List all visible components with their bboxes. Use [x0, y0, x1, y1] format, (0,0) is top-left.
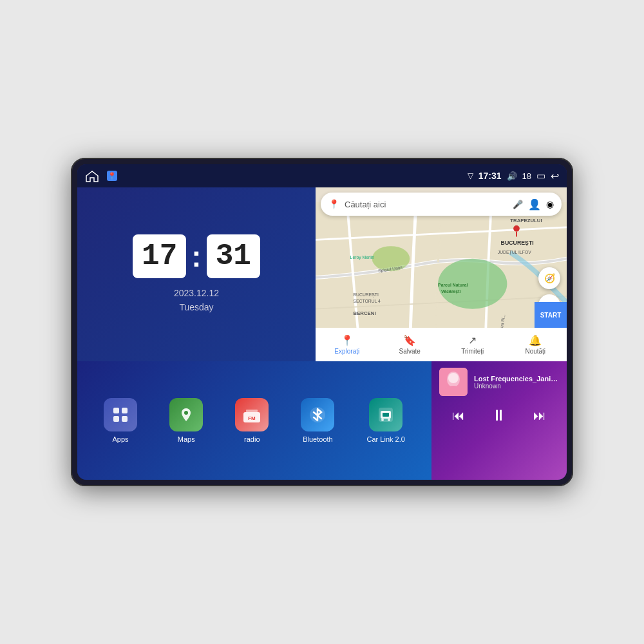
svg-point-36: [448, 373, 459, 383]
device-screen: 📍 ▽ 17:31 🔊 18 ▭ ↩ 17 :: [77, 164, 567, 480]
clock-colon: :: [191, 239, 201, 274]
clock-panel: 17 : 31 2023.12.12 Tuesday: [77, 187, 316, 361]
map-nav-share[interactable]: ↗ Trimiteți: [441, 334, 504, 355]
back-icon[interactable]: ↩: [551, 170, 559, 182]
music-prev-button[interactable]: ⏮: [447, 406, 470, 426]
volume-icon: 🔊: [507, 171, 517, 181]
map-nav-explore[interactable]: 📍 Explorați: [316, 334, 379, 355]
app-item-maps[interactable]: Maps: [169, 398, 203, 443]
bluetooth-icon: [301, 398, 334, 431]
account-icon[interactable]: 👤: [528, 198, 541, 211]
album-art-svg: [439, 368, 468, 396]
clock-date: 2023.12.12 Tuesday: [174, 286, 219, 315]
svg-text:JUDEȚUL ILFOV: JUDEȚUL ILFOV: [498, 250, 531, 255]
music-play-pause-button[interactable]: ⏸: [486, 404, 512, 427]
clock-hours: 17: [133, 234, 186, 278]
svg-point-16: [513, 225, 520, 232]
map-compass-button[interactable]: 🧭: [538, 267, 560, 289]
maps-svg-icon: [177, 406, 195, 424]
music-next-button[interactable]: ⏭: [528, 406, 551, 426]
svg-rect-20: [122, 408, 128, 413]
music-text: Lost Frequencies_Janieck Devy-... Unknow…: [474, 375, 559, 390]
app-item-apps[interactable]: Apps: [104, 398, 137, 443]
layers-icon[interactable]: ◉: [546, 199, 554, 209]
mic-icon[interactable]: 🎤: [513, 200, 523, 209]
svg-text:BUCUREȘTI: BUCUREȘTI: [354, 292, 379, 298]
radio-icon: FM: [235, 398, 269, 431]
svg-text:SECTORUL 4: SECTORUL 4: [354, 299, 381, 303]
map-nav-saved[interactable]: 🔖 Salvate: [379, 334, 442, 355]
music-panel: Lost Frequencies_Janieck Devy-... Unknow…: [431, 361, 567, 480]
map-bottom-nav: 📍 Explorați 🔖 Salvate ↗ Trimiteți 🔔: [316, 328, 567, 361]
svg-rect-19: [113, 408, 119, 413]
status-bar: 📍 ▽ 17:31 🔊 18 ▭ ↩: [77, 164, 567, 187]
bluetooth-svg-icon: [308, 406, 327, 424]
svg-point-23: [184, 411, 188, 415]
svg-text:📍: 📍: [108, 171, 117, 180]
news-icon: 🔔: [529, 334, 542, 346]
map-nav-saved-label: Salvate: [399, 348, 421, 355]
status-time: 17:31: [478, 171, 502, 181]
map-search-bar[interactable]: 📍 Căutați aici 🎤 👤 ◉: [321, 193, 562, 216]
explore-icon: 📍: [341, 334, 354, 346]
map-nav-news-label: Noutăți: [525, 348, 545, 355]
home-icon[interactable]: [85, 169, 99, 182]
music-artist: Unknown: [474, 383, 559, 390]
map-nav-share-label: Trimiteți: [461, 348, 484, 355]
car-head-unit: 📍 ▽ 17:31 🔊 18 ▭ ↩ 17 :: [71, 158, 573, 486]
maps-logo-icon: 📍: [328, 199, 339, 209]
svg-text:Văcărești: Văcărești: [441, 289, 460, 294]
svg-text:TRAPEZULUI: TRAPEZULUI: [510, 218, 542, 223]
map-panel[interactable]: Splaiul Unirii Șoseaua Bi... TRAPEZULUI …: [316, 187, 567, 361]
top-row: 17 : 31 2023.12.12 Tuesday: [77, 187, 567, 361]
maps-icon: [169, 398, 203, 431]
radio-svg-icon: FM: [242, 406, 261, 424]
svg-rect-22: [122, 416, 128, 422]
clock-date-value: 2023.12.12: [174, 286, 219, 300]
svg-point-32: [388, 419, 390, 421]
map-nav-news[interactable]: 🔔 Noutăți: [504, 334, 567, 355]
music-album-art: [439, 368, 468, 396]
svg-text:BUCUREȘTI: BUCUREȘTI: [501, 240, 534, 246]
saved-icon: 🔖: [403, 334, 416, 346]
app-item-bluetooth[interactable]: Bluetooth: [301, 398, 334, 443]
map-search-text[interactable]: Căutați aici: [345, 200, 507, 209]
music-controls: ⏮ ⏸ ⏭: [439, 401, 559, 430]
maps-status-icon: 📍: [106, 169, 118, 182]
carlink-icon: [369, 398, 402, 431]
carlink-svg-icon: [377, 406, 395, 424]
map-start-button[interactable]: START: [535, 302, 567, 328]
compass-icon: 🧭: [544, 273, 555, 283]
apps-grid-icon: [111, 406, 129, 424]
clock-minutes: 31: [207, 234, 260, 278]
share-icon: ↗: [468, 334, 477, 346]
svg-rect-30: [383, 413, 389, 417]
status-left: 📍: [85, 169, 118, 182]
clock-day: Tuesday: [174, 300, 219, 314]
svg-text:Leroy Merlin: Leroy Merlin: [350, 255, 375, 260]
status-right: ▽ 17:31 🔊 18 ▭ ↩: [468, 170, 559, 182]
svg-point-31: [381, 419, 384, 421]
app-label-carlink: Car Link 2.0: [367, 435, 405, 443]
svg-rect-21: [113, 416, 119, 422]
app-label-apps: Apps: [113, 435, 129, 443]
map-nav-explore-label: Explorați: [334, 348, 359, 355]
app-item-carlink[interactable]: Car Link 2.0: [367, 398, 405, 443]
svg-text:BERCENI: BERCENI: [354, 310, 376, 316]
apps-panel: Apps Maps: [77, 361, 431, 480]
apps-icon: [104, 398, 137, 431]
music-info-row: Lost Frequencies_Janieck Devy-... Unknow…: [439, 368, 559, 396]
signal-icon: ▽: [468, 171, 473, 180]
music-title: Lost Frequencies_Janieck Devy-...: [474, 375, 559, 383]
app-item-radio[interactable]: FM radio: [235, 398, 269, 443]
svg-text:Parcul Natural: Parcul Natural: [438, 283, 468, 288]
battery-icon: ▭: [536, 170, 545, 182]
svg-text:FM: FM: [249, 415, 256, 421]
clock-display: 17 : 31: [133, 234, 260, 278]
main-content: 17 : 31 2023.12.12 Tuesday: [77, 187, 567, 480]
svg-rect-26: [246, 410, 258, 412]
app-label-bluetooth: Bluetooth: [303, 435, 332, 443]
app-label-radio: radio: [244, 435, 260, 443]
volume-level: 18: [522, 171, 531, 181]
app-label-maps: Maps: [178, 435, 195, 443]
